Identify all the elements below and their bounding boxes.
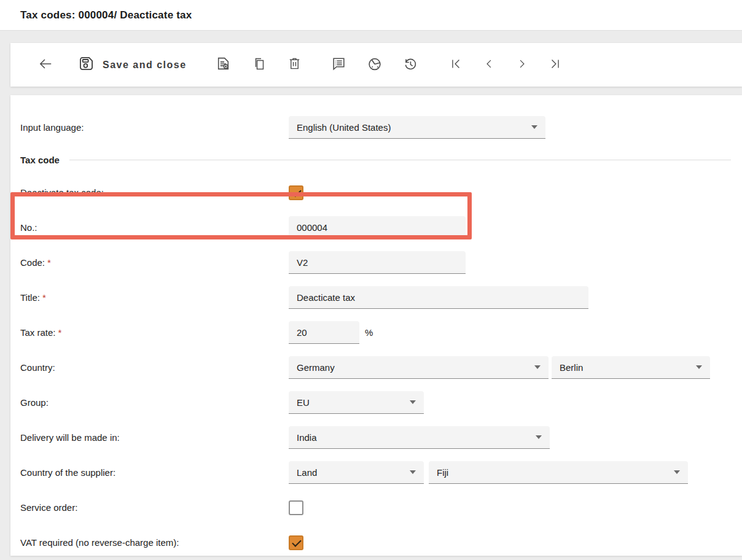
nav-next-icon xyxy=(516,58,528,72)
vat-required-row: VAT required (no reverse-charge item): xyxy=(10,525,742,560)
nav-last-icon xyxy=(549,57,562,73)
save-and-close-label: Save and close xyxy=(103,60,187,71)
input-language-value: English (United States) xyxy=(297,122,391,133)
number-input[interactable] xyxy=(289,216,466,239)
country-select[interactable]: Germany xyxy=(289,356,549,379)
history-button[interactable] xyxy=(402,56,419,74)
copy-button[interactable] xyxy=(251,56,268,74)
number-label: No.: xyxy=(10,222,289,233)
input-language-select[interactable]: English (United States) xyxy=(289,116,545,139)
tax-rate-input[interactable] xyxy=(289,321,359,344)
group-value: EU xyxy=(297,397,310,408)
required-asterisk: * xyxy=(42,292,46,303)
supplier-country-row: Country of the supplier: Land Fiji xyxy=(10,455,742,490)
chevron-down-icon xyxy=(674,470,680,474)
supplier-country-select[interactable]: Fiji xyxy=(429,461,688,484)
input-language-row: Input language: English (United States) xyxy=(10,110,742,145)
code-row: Code:* xyxy=(10,245,742,280)
required-asterisk: * xyxy=(47,257,51,268)
country-row: Country: Germany Berlin xyxy=(10,350,742,385)
group-label: Group: xyxy=(10,397,289,408)
nav-first-icon xyxy=(449,57,463,73)
country-value: Germany xyxy=(297,362,335,373)
back-arrow-icon xyxy=(37,56,53,74)
save-and-close-button[interactable]: Save and close xyxy=(78,55,187,74)
input-language-label: Input language: xyxy=(10,122,289,133)
history-icon xyxy=(402,56,418,74)
section-title: Tax code xyxy=(20,155,60,165)
country-label: Country: xyxy=(10,362,289,373)
group-row: Group: EU xyxy=(10,385,742,420)
section-divider xyxy=(69,160,731,160)
service-order-checkbox[interactable] xyxy=(289,500,303,515)
page-title: Tax codes: 000004/ Deacticate tax xyxy=(20,9,192,21)
chevron-down-icon xyxy=(536,435,542,439)
code-input[interactable] xyxy=(289,251,466,274)
delete-trash-icon xyxy=(287,56,302,73)
window-title-bar: Tax codes: 000004/ Deacticate tax xyxy=(0,0,742,31)
nav-previous-button[interactable] xyxy=(480,56,498,74)
delivery-label: Delivery will be made in: xyxy=(10,432,289,443)
delivery-value: India xyxy=(297,432,317,443)
chevron-down-icon xyxy=(696,365,702,369)
percent-suffix: % xyxy=(365,327,373,338)
required-asterisk: * xyxy=(58,327,62,338)
delivery-select[interactable]: India xyxy=(289,426,550,449)
tax-rate-label: Tax rate:* xyxy=(10,327,289,338)
deactivate-checkbox[interactable] xyxy=(289,185,303,200)
tax-rate-row: Tax rate:* % xyxy=(10,315,742,350)
nav-last-button[interactable] xyxy=(547,56,564,74)
supplier-type-select[interactable]: Land xyxy=(289,461,424,484)
service-order-label: Service order: xyxy=(10,502,289,513)
supplier-type-value: Land xyxy=(297,467,317,478)
code-label: Code:* xyxy=(10,257,289,268)
chevron-down-icon xyxy=(531,125,537,129)
nav-next-button[interactable] xyxy=(514,56,531,74)
tax-code-section-header: Tax code xyxy=(10,145,742,175)
deactivate-label: Deactivate tax code: xyxy=(10,187,289,198)
chevron-down-icon xyxy=(410,470,416,474)
title-input[interactable] xyxy=(289,286,588,309)
number-row: No.: xyxy=(10,210,742,245)
supplier-country-value: Fiji xyxy=(437,467,448,478)
chevron-down-icon xyxy=(534,365,541,369)
nav-previous-icon xyxy=(483,58,495,72)
service-order-row: Service order: xyxy=(10,490,742,525)
supplier-country-label: Country of the supplier: xyxy=(10,467,289,478)
vat-required-label: VAT required (no reverse-charge item): xyxy=(10,537,289,548)
tax-code-form: Input language: English (United States) … xyxy=(10,95,742,556)
deactivate-tax-code-row: Deactivate tax code: xyxy=(10,175,742,210)
title-label: Title:* xyxy=(10,292,289,303)
nav-first-button[interactable] xyxy=(447,56,464,74)
toolbar: Save and close xyxy=(10,43,742,87)
title-row: Title:* xyxy=(10,280,742,315)
timer-button[interactable] xyxy=(366,56,383,74)
delivery-row: Delivery will be made in: India xyxy=(10,420,742,455)
copy-icon xyxy=(252,56,267,74)
chevron-down-icon xyxy=(410,400,416,404)
group-select[interactable]: EU xyxy=(289,391,424,414)
create-based-on-button[interactable] xyxy=(215,56,232,74)
vat-required-checkbox[interactable] xyxy=(289,535,303,550)
save-floppy-icon xyxy=(78,55,95,74)
back-button[interactable] xyxy=(37,56,54,74)
region-select[interactable]: Berlin xyxy=(552,356,710,379)
delete-button[interactable] xyxy=(286,56,303,74)
region-value: Berlin xyxy=(560,362,583,373)
create-based-on-icon xyxy=(216,56,231,74)
comment-icon xyxy=(331,56,346,74)
timer-icon xyxy=(367,56,383,74)
comments-button[interactable] xyxy=(330,56,348,74)
